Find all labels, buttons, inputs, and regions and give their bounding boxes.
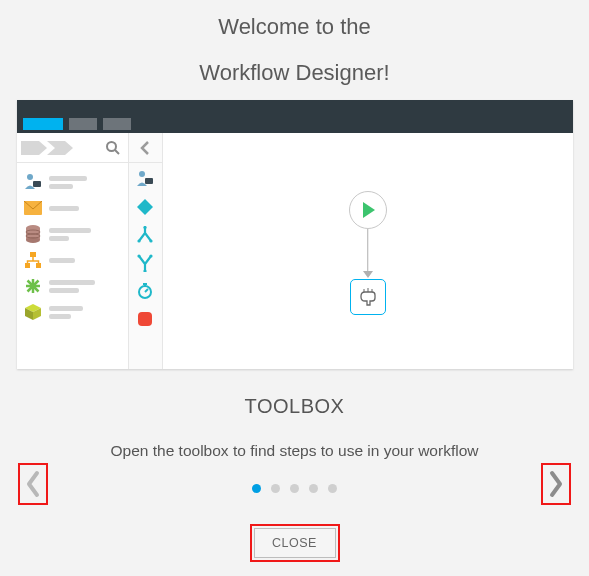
- chevron-left-icon: [24, 470, 42, 498]
- connector-line: [367, 229, 369, 273]
- welcome-line-1: Welcome to the: [8, 14, 581, 40]
- svg-point-20: [137, 239, 140, 242]
- connector-arrow-icon: [363, 271, 373, 278]
- svg-point-24: [143, 269, 146, 272]
- list-item: [23, 169, 122, 195]
- svg-point-17: [139, 171, 145, 177]
- branch-merge-icon: [135, 253, 155, 273]
- svg-rect-12: [36, 263, 41, 268]
- svg-rect-29: [138, 312, 152, 326]
- svg-rect-26: [143, 283, 147, 285]
- svg-point-0: [107, 142, 116, 151]
- previous-button[interactable]: [18, 463, 48, 505]
- svg-point-19: [143, 226, 146, 229]
- illustration-tabstrip: [17, 100, 573, 133]
- illustration-toolbox-strip: [129, 133, 163, 369]
- page-dot[interactable]: [309, 484, 318, 493]
- close-button[interactable]: CLOSE: [254, 528, 336, 558]
- next-button[interactable]: [541, 463, 571, 505]
- tab-placeholder: [103, 118, 131, 130]
- stop-icon: [135, 309, 155, 329]
- page-dot[interactable]: [252, 484, 261, 493]
- diamond-icon: [135, 197, 155, 217]
- person-tag-icon: [23, 172, 43, 192]
- list-item: [23, 273, 122, 299]
- illustration-canvas: [163, 133, 573, 369]
- asterisk-icon: [23, 276, 43, 296]
- onboarding-illustration: [17, 100, 573, 369]
- drop-target-icon: [350, 279, 386, 315]
- start-node-icon: [349, 191, 387, 229]
- page-dot[interactable]: [290, 484, 299, 493]
- list-item: [23, 247, 122, 273]
- cube-icon: [23, 302, 43, 322]
- illustration-left-pane: [17, 133, 129, 369]
- sitemap-icon: [23, 250, 43, 270]
- person-tag-icon: [135, 169, 155, 189]
- svg-line-28: [145, 289, 148, 292]
- database-icon: [23, 224, 43, 244]
- search-icon: [104, 139, 122, 157]
- welcome-line-2: Workflow Designer!: [8, 60, 581, 86]
- stopwatch-icon: [135, 281, 155, 301]
- collapse-toolbox-icon: [129, 133, 162, 163]
- svg-point-21: [149, 239, 152, 242]
- step-title: TOOLBOX: [8, 395, 581, 418]
- svg-point-2: [27, 174, 33, 180]
- list-item: [23, 195, 122, 221]
- list-item: [23, 221, 122, 247]
- svg-point-22: [137, 254, 140, 257]
- svg-rect-10: [30, 252, 36, 257]
- page-dot[interactable]: [328, 484, 337, 493]
- pagination-dots: [8, 484, 581, 493]
- chevron-right-icon: [547, 470, 565, 498]
- svg-rect-18: [145, 178, 153, 184]
- tab-placeholder: [69, 118, 97, 130]
- envelope-icon: [23, 198, 43, 218]
- svg-line-1: [115, 150, 119, 154]
- svg-point-23: [149, 254, 152, 257]
- list-item: [23, 299, 122, 325]
- page-dot[interactable]: [271, 484, 280, 493]
- branch-split-icon: [135, 225, 155, 245]
- breadcrumb-icon: [21, 139, 81, 157]
- svg-rect-3: [33, 181, 41, 187]
- step-description: Open the toolbox to find steps to use in…: [8, 442, 581, 460]
- active-tab-placeholder: [23, 118, 63, 130]
- svg-rect-11: [25, 263, 30, 268]
